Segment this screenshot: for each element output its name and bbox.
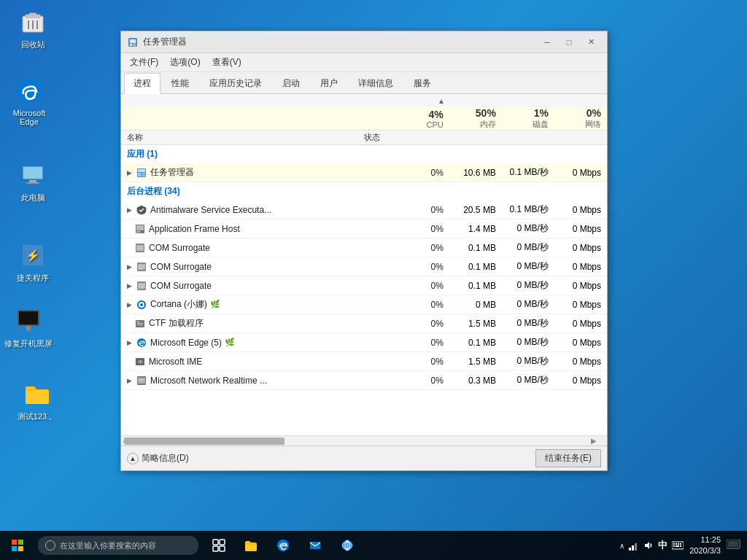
svg-rect-49 [137, 322, 139, 322]
tab-services[interactable]: 服务 [404, 73, 441, 94]
proc-cpu: 0% [400, 205, 449, 215]
table-row[interactable]: ▶ COM Surrogate 0% 0.1 MB 0 MB/秒 0 Mbps [121, 276, 607, 295]
ime-tray-label[interactable]: 中 [658, 539, 667, 552]
tab-startup[interactable]: 启动 [273, 73, 309, 94]
tab-performance[interactable]: 性能 [162, 73, 198, 94]
tab-app-history[interactable]: 应用历史记录 [200, 73, 271, 94]
taskbar-right: ∧ 中 11:25 2020/3/3 [619, 534, 747, 557]
svg-rect-44 [139, 287, 142, 288]
tab-processes[interactable]: 进程 [124, 73, 160, 94]
maximize-button[interactable]: □ [559, 35, 579, 50]
proc-disk: 0 MB/秒 [502, 222, 554, 235]
svg-rect-43 [139, 286, 144, 287]
desktop-icon-shortcut[interactable]: ⚡ 捷关程序 [7, 241, 58, 284]
expand-btn[interactable]: ▶ [124, 300, 134, 310]
proc-disk: 0.1 MB/秒 [502, 166, 554, 179]
table-row[interactable]: CTF 加载程序 0% 1.5 MB 0 MB/秒 0 Mbps [121, 314, 607, 333]
file-explorer-button[interactable] [236, 531, 266, 560]
network-taskbar-button[interactable] [333, 531, 362, 560]
system-tray: ∧ 中 [619, 539, 684, 552]
svg-rect-19 [130, 44, 132, 46]
table-row[interactable]: ▶ COM Surrogate 0% 0.1 MB 0 MB/秒 0 Mbps [121, 257, 607, 276]
appframe-icon [134, 223, 146, 235]
table-row[interactable]: ▶ Microsoft Edge (5) 🌿 0% 0.1 MB 0 MB/秒 … [121, 333, 607, 352]
desktop-icon-computer[interactable]: 此电脑 [7, 160, 58, 203]
proc-net: 0 Mbps [554, 376, 607, 386]
taskbar: 在这里输入你要搜索的内容 ∧ 中 11:25 2020/3/3 [0, 531, 747, 560]
expand-btn[interactable]: ▶ [124, 205, 134, 215]
tab-details[interactable]: 详细信息 [349, 73, 403, 94]
proc-disk: 0 MB/秒 [502, 241, 554, 254]
menu-file[interactable]: 文件(F) [124, 55, 164, 70]
desktop-icon-recycle[interactable]: 回收站 [7, 7, 58, 50]
proc-name-label: Cortana (小娜) [150, 298, 207, 311]
proc-cpu: 0% [400, 168, 449, 178]
proc-net: 0 Mbps [554, 262, 607, 272]
proc-cpu: 0% [400, 300, 449, 310]
collapse-info-btn[interactable]: ▲ 简略信息(D) [127, 452, 189, 464]
desktop-icon-folder[interactable]: 测试123.。 [12, 379, 63, 422]
table-row[interactable]: ▶ 任务管理器 0% 10.6 MB 0.1 MB [121, 163, 607, 182]
expand-btn[interactable]: ▶ [124, 376, 134, 386]
proc-name-label: CTF 加载程序 [149, 317, 204, 330]
edge-label: Microsoft Edge [4, 109, 55, 126]
table-row[interactable]: 中 Microsoft IME 0% 1.5 MB 0 MB/秒 0 Mbps [121, 352, 607, 371]
proc-disk: 0 MB/秒 [502, 336, 554, 349]
disk-label: 磁盘 [502, 119, 549, 130]
proc-disk: 0 MB/秒 [502, 298, 554, 311]
proc-name-label: COM Surrogate [150, 262, 212, 272]
proc-name-label: COM Surrogate [150, 281, 212, 291]
shortcut-label: 捷关程序 [17, 273, 49, 284]
table-row[interactable]: ▶ Microsoft Network Realtime ... 0% 0.3 … [121, 371, 607, 390]
tab-users[interactable]: 用户 [311, 73, 347, 94]
proc-mem: 10.6 MB [449, 168, 502, 178]
svg-rect-32 [137, 246, 143, 247]
edge-desktop-icon [15, 77, 44, 106]
expand-btn[interactable]: ▶ [124, 338, 134, 348]
table-row[interactable]: Application Frame Host 0% 1.4 MB 0 MB/秒 … [121, 219, 607, 238]
table-row[interactable]: ▶ Antimalware Service Executa... 0% 20.5… [121, 201, 607, 219]
recycle-bin-icon [18, 7, 47, 36]
search-bar[interactable]: 在这里输入你要搜索的内容 [38, 536, 198, 555]
hscroll-thumb[interactable] [124, 438, 285, 445]
repair-label: 修复开机黑屏 [4, 338, 53, 349]
svg-text:⚡: ⚡ [26, 249, 40, 262]
svg-rect-78 [678, 543, 679, 545]
expand-btn[interactable]: ▶ [124, 168, 134, 178]
taskbar-app-icons [204, 531, 362, 560]
desktop-icon-edge[interactable]: Microsoft Edge [4, 77, 55, 126]
folder-label: 测试123.。 [18, 411, 57, 422]
section-apps-header: 应用 (1) [121, 145, 607, 163]
proc-mem: 0 MB [449, 300, 502, 310]
svg-rect-33 [137, 248, 143, 249]
svg-rect-24 [138, 173, 141, 176]
clock[interactable]: 11:25 2020/3/3 [689, 534, 721, 557]
svg-rect-37 [139, 265, 144, 266]
cortana-icon [136, 299, 147, 311]
menu-bar: 文件(F) 选项(O) 查看(V) [121, 53, 607, 72]
tray-up-arrow[interactable]: ∧ [619, 542, 624, 550]
table-row[interactable]: ▶ Cortana (小娜) 🌿 0% 0 MB 0 MB/秒 0 Mbps [121, 295, 607, 314]
expand-btn[interactable]: ▶ [124, 262, 134, 272]
process-list[interactable]: 应用 (1) ▶ 任务管理器 [121, 145, 607, 437]
expand-btn[interactable]: ▶ [124, 281, 134, 291]
svg-rect-84 [728, 541, 738, 547]
title-bar: 任务管理器 ─ □ ✕ [121, 31, 607, 53]
horizontal-scrollbar[interactable]: ◀ ▶ [121, 435, 607, 446]
table-row[interactable]: COM Surrogate 0% 0.1 MB 0 MB/秒 0 Mbps [121, 238, 607, 257]
mail-button[interactable] [301, 531, 330, 560]
proc-net: 0 Mbps [554, 205, 607, 215]
minimize-button[interactable]: ─ [537, 35, 557, 50]
taskview-button[interactable] [204, 531, 233, 560]
proc-mem: 0.1 MB [449, 338, 502, 348]
svg-rect-28 [136, 225, 144, 230]
menu-view[interactable]: 查看(V) [206, 55, 247, 70]
start-button[interactable] [0, 531, 35, 560]
close-button[interactable]: ✕ [581, 35, 601, 50]
desktop-icon-repair[interactable]: 修复开机黑屏 [3, 306, 54, 349]
svg-rect-23 [138, 169, 145, 172]
edge-taskbar-button[interactable] [268, 531, 298, 560]
show-desktop-button[interactable] [727, 540, 741, 551]
end-task-button[interactable]: 结束任务(E) [535, 449, 601, 467]
menu-options[interactable]: 选项(O) [164, 55, 206, 70]
